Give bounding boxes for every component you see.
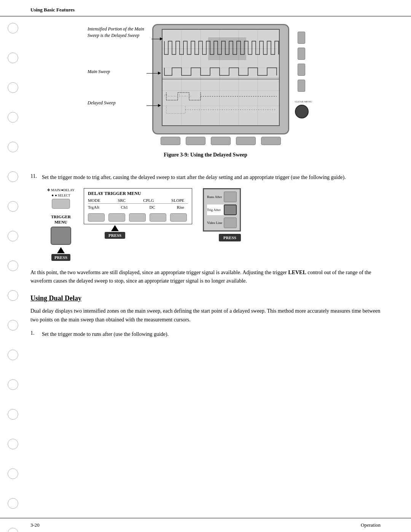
- figure-labels: Intensified Portion of the Main Sweep is…: [88, 24, 152, 146]
- up-arrow-trigger: [57, 247, 65, 253]
- instruction-1-number: 1.: [30, 330, 42, 338]
- page-footer: 3-20 Operation: [0, 518, 411, 532]
- dtm-btn-3[interactable]: [129, 213, 146, 222]
- dtm-col3-header: CPLG: [143, 198, 154, 203]
- arrow-main-sweep: [147, 72, 161, 75]
- dtm-btn-5[interactable]: [170, 213, 187, 222]
- runs-after-row: Runs After: [207, 192, 237, 202]
- press-badge-center: PRESS: [105, 232, 125, 239]
- figure-caption: Figure 3-9: Using the Delayed Sweep: [164, 152, 247, 158]
- trigger-diagram: ✤ MAIN/●DELAY ● ● SELECT TRIGGERMENU PRE…: [42, 188, 381, 261]
- paragraph-2: Dual delay displays two intensified zone…: [30, 307, 381, 324]
- scope-bottom-btn-3: [211, 137, 231, 145]
- instruction-11: 11. Set the trigger mode to trig after, …: [30, 173, 381, 181]
- scope-side-btn-3: [298, 64, 305, 76]
- oscilloscope: / / ... ... ... .. | . .. ... . ...: [152, 24, 301, 142]
- scope-bottom-btn-5: [261, 137, 281, 145]
- label-delayed-sweep: Delayed Sweep: [88, 100, 116, 106]
- trigger-menu-button[interactable]: [51, 227, 71, 245]
- dtm-btn-4[interactable]: [150, 213, 166, 222]
- dtm-btn-2[interactable]: [108, 213, 125, 222]
- delay-trigger-menu-box: DELAY TRIGGER MENU MODE SRC CPLG SLOPE T…: [84, 188, 192, 224]
- trig-after-label: Trig After: [207, 208, 221, 212]
- paragraph-1: At this point, the two waveforms are sti…: [30, 268, 381, 286]
- figure-section: Intensified Portion of the Main Sweep is…: [30, 24, 381, 166]
- scope-screen: / / ... ... ... .. | . .. ... . ...: [162, 29, 280, 126]
- scope-side-btn-4: [298, 80, 305, 92]
- select-button: [52, 199, 70, 209]
- svg-rect-10: [208, 37, 246, 60]
- dtm-col1-value: TrgAft: [88, 205, 99, 209]
- press-badge-trigger: PRESS: [51, 254, 70, 261]
- up-arrow-center: [111, 225, 119, 231]
- dtm-title: DELAY TRIGGER MENU: [88, 191, 188, 197]
- instruction-1: 1. Set the trigger mode to runs after (u…: [30, 330, 381, 338]
- instruction-11-number: 11.: [30, 173, 42, 181]
- dtm-btn-1[interactable]: [88, 213, 105, 222]
- scope-bottom-btn-4: [236, 137, 256, 145]
- select-label: ● ● SELECT: [51, 193, 70, 197]
- footer-left: 3-20: [30, 522, 40, 528]
- screen-grid: / / ... ... ... .. | . .. ... . ...: [162, 30, 279, 125]
- trigger-center-col: DELAY TRIGGER MENU MODE SRC CPLG SLOPE T…: [84, 188, 192, 239]
- dtm-col4-header: SLOPE: [171, 198, 184, 203]
- dtm-col2-header: SRC: [118, 198, 126, 203]
- arrow-intensified: [151, 37, 163, 40]
- trigger-left-col: ✤ MAIN/●DELAY ● ● SELECT TRIGGERMENU PRE…: [42, 188, 80, 261]
- runs-after-btn[interactable]: [224, 192, 237, 202]
- page-header: Using Basic Features: [0, 0, 411, 16]
- page: Using Basic Features Intensified Portion…: [0, 0, 411, 532]
- scope-side-btn-2: [298, 48, 305, 60]
- instruction-11-text: Set the trigger mode to trig after, caus…: [42, 173, 346, 181]
- dtm-col3-value: DC: [150, 205, 155, 209]
- runs-after-label: Runs After: [207, 195, 222, 199]
- scope-bottom-buttons: [152, 137, 289, 145]
- dtm-values: TrgAft Ch1 DC Rise: [88, 205, 188, 209]
- content: Intensified Portion of the Main Sweep is…: [0, 16, 411, 368]
- scope-knob: [295, 105, 309, 118]
- right-panel: Runs After Trig After Video Line: [203, 188, 241, 232]
- video-line-label: Video Line: [207, 221, 222, 225]
- scope-bottom-btn-1: [161, 137, 180, 145]
- label-intensified: Intensified Portion of the Main Sweep is…: [88, 26, 147, 39]
- dtm-buttons: [88, 213, 188, 222]
- clear-menu-label: CLEAR MENU: [295, 100, 312, 103]
- main-delay-label: ✤ MAIN/●DELAY: [47, 188, 75, 192]
- header-title: Using Basic Features: [30, 7, 75, 13]
- video-line-btn[interactable]: [224, 217, 237, 228]
- dtm-headers: MODE SRC CPLG SLOPE: [88, 198, 188, 203]
- arrow-delayed-sweep: [147, 104, 161, 107]
- scope-side-btn-1: [298, 32, 305, 44]
- trigger-right-col: Runs After Trig After Video Line P: [203, 188, 241, 241]
- level-bold: LEVEL: [288, 270, 306, 275]
- instruction-1-text: Set the trigger mode to runs after (use …: [42, 330, 169, 338]
- press-badge-right: PRESS: [219, 234, 241, 241]
- scope-side-buttons: [298, 32, 305, 92]
- press-arrow-center: PRESS: [84, 225, 192, 239]
- trig-after-row: Trig After: [207, 204, 237, 215]
- dtm-col2-value: Ch1: [121, 205, 128, 209]
- trig-after-btn[interactable]: [224, 204, 237, 215]
- section-heading: Using Dual Delay: [30, 294, 381, 302]
- trigger-menu-label: TRIGGERMENU: [51, 214, 71, 225]
- scope-bottom-btn-2: [186, 137, 206, 145]
- dtm-col1-header: MODE: [88, 198, 100, 203]
- dtm-col4-value: Rise: [177, 205, 184, 209]
- clear-menu-area: CLEAR MENU: [295, 100, 312, 118]
- label-main-sweep: Main Sweep: [88, 69, 110, 75]
- video-line-row: Video Line: [207, 217, 237, 228]
- footer-right: Operation: [361, 522, 381, 528]
